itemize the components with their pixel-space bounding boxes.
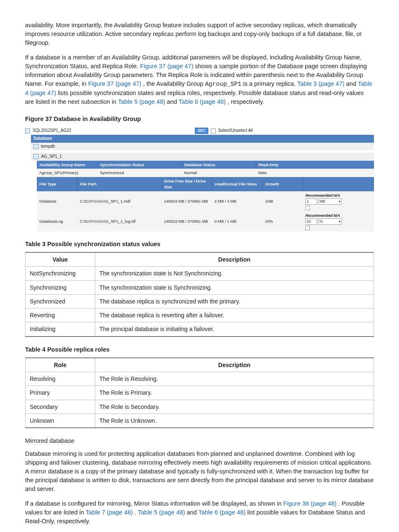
text: and [167,98,179,105]
table-row: NotSynchronizingThe synchronization stat… [26,267,374,280]
cell: Secondary [26,400,95,414]
cell-used: 0 MB / 1 MB [212,211,263,231]
cell-filepath: C:\DATA\AG\AG_SP1_1.mdf [77,191,161,211]
col-sync-status: Synchronization Status [97,161,182,169]
cell: Resolving [26,372,95,386]
cell-used: 2 MB / 4 MB [212,191,263,211]
ag-node-label: AG_SP1_1 [41,154,62,160]
tempdb-label: tempdb [41,144,55,150]
col-ag-name: Availability Group Name [37,161,97,169]
table-row: InitializingThe principal database is in… [26,322,374,337]
table-3-link[interactable]: Table 3 (page 47) [297,80,345,87]
cell: NotSynchronizing [26,267,95,280]
recommended-label: Recommended:N/A [305,193,340,198]
col-value: Value [26,252,95,267]
cell-filepath: C:\DATA\AG\AG_SP1_1_log.ldf [77,211,161,231]
text: If a database is configured for mirrorin… [25,500,283,507]
cell-drive: 149523 MB / 279861 MB [161,211,212,231]
text: and [187,509,198,516]
cell: The database replica is reverting after … [95,308,373,322]
cell-filetype: Database [37,191,77,211]
col-growth: Growth [263,177,303,191]
collapse-icon[interactable]: – [33,144,38,149]
table-4-caption: Table 4 Possible replica roles [25,345,374,354]
growth-unit-select[interactable]: %▾ [318,218,342,225]
cell-ag-name: Agroup_SP1(Primary) [37,169,97,177]
col-db-status: Database Status [182,161,256,169]
table-3: Value Description NotSynchronizingThe sy… [25,252,374,337]
screenshot-figure-37: – SQL2012SP1_AG22 SET Select/Unselect Al… [25,127,374,231]
growth-unit-select[interactable]: MB▾ [318,198,342,205]
collapse-icon[interactable]: – [25,129,30,134]
mirrored-database-heading: Mirrored database [25,437,374,445]
cell: The Role is Secondary. [95,400,373,414]
cell: The synchronization state is Not Synchro… [95,267,373,280]
cell-status: Normal [182,169,256,177]
table-row: ResolvingThe Role is Resolving. [26,372,374,386]
table-row: UnknownThe Role is Unknown. [26,414,374,428]
col-role: Role [26,358,95,372]
cell-growth: 1MB [263,191,303,211]
set-button[interactable]: SET [195,128,208,134]
cell: Synchronizing [26,280,95,294]
cell-sync: Synchronized [97,169,182,177]
table-5-link-b[interactable]: Table 5 (page 48) [138,509,185,516]
code-sample: Agroup_SP1 [205,81,241,87]
recommended-label: Recommended:N/A [305,213,340,218]
table-row: SynchronizingThe synchronization state i… [26,280,374,294]
chevron-down-icon: ▾ [339,199,340,204]
cell-drive: 149523 MB / 279861 MB [161,191,212,211]
text: , the Availability Group [143,80,205,87]
growth-value-input[interactable]: 1 [305,198,317,205]
table-6-link-b[interactable]: Table 6 (page 48) [198,509,246,516]
table-5-link[interactable]: Table 5 (page 48) [118,98,165,105]
cell: The database replica is synchronized wit… [95,294,373,308]
figure-37-link-2[interactable]: Figure 37 (page 47) [88,80,141,87]
collapse-icon[interactable]: – [33,154,38,159]
database-section-header: Database [31,135,374,143]
table-row: PrimaryThe Role is Primary. [26,386,374,400]
col-description: Description [95,358,373,372]
cell: The principal database is initiating a f… [95,322,373,337]
intro-paragraph-2: If a database is a member of an Availabi… [25,53,374,106]
text: and [346,80,358,87]
mirror-paragraph-2: If a database is configured for mirrorin… [25,499,374,526]
text: is a primary replica. [243,80,297,87]
table-row: RevertingThe database replica is reverti… [26,308,374,322]
col-readonly: Read-Only [256,161,374,169]
table-3-caption: Table 3 Possible synchronization status … [25,240,374,249]
intro-paragraph-1: availability. More importantly, the Avai… [25,21,374,47]
table-6-link[interactable]: Table 6 (page 48) [179,98,226,105]
select-all-checkbox[interactable] [211,129,216,134]
figure-37-link[interactable]: Figure 37 (page 47) [140,63,193,69]
select-all-label: Select/Unselect All [218,128,253,134]
table-4: Role Description ResolvingThe Role is Re… [25,357,374,428]
cell: The Role is Resolving. [95,372,373,386]
text: , respectively. [228,98,264,105]
cell: The synchronization state is Synchronizi… [95,280,373,294]
col-filepath: File Path [77,177,161,191]
figure-38-link[interactable]: Figure 38 (page 48) [283,500,336,507]
apply-checkbox[interactable] [305,206,310,210]
table-row: SynchronizedThe database replica is sync… [26,294,374,308]
cell: Unknown [26,414,95,428]
apply-checkbox[interactable] [305,226,310,230]
table-row: SecondaryThe Role is Secondary. [26,400,374,414]
sql-instance-label: SQL2012SP1_AG22 [33,128,71,134]
text: . [135,509,138,516]
growth-value-input[interactable]: 10 [305,218,317,225]
mirror-paragraph-1: Database mirroring is used for protectin… [25,450,374,493]
table-7-link[interactable]: Table 7 (page 48) [86,509,133,516]
cell: Initializing [26,322,95,337]
file-details-table: File Type File Path Drive Free Size / Dr… [37,177,374,231]
availability-group-table: Availability Group Name Synchronization … [37,161,374,177]
cell-readonly: false [256,169,374,177]
cell: Reverting [26,308,95,322]
col-drivefree: Drive Free Size / Drive Size [161,177,212,191]
col-description: Description [95,252,373,267]
cell-filetype: DatabaseLog [37,211,77,231]
cell-growth: 10% [263,211,303,231]
col-filetype: File Type [37,177,77,191]
cell: Synchronized [26,294,95,308]
cell: The Role is Unknown. [95,414,373,428]
